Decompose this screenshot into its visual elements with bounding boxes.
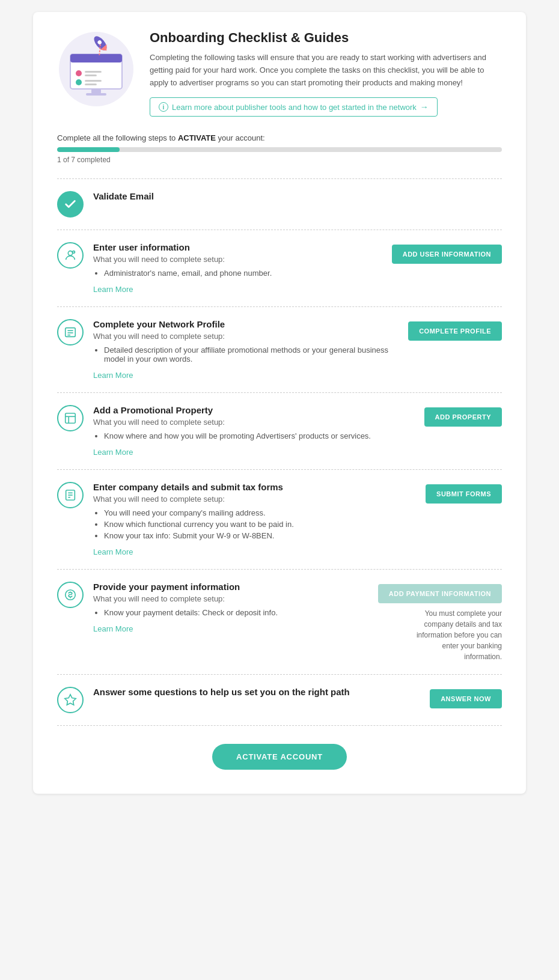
complete-profile-button[interactable]: COMPLETE PROFILE — [408, 321, 502, 341]
step-questions-action: ANSWER NOW — [406, 687, 502, 708]
step-network-profile-bullets: Detailed description of your affiliate p… — [93, 345, 396, 364]
step-payment-info-icon — [57, 582, 84, 608]
steps-list: Validate Email Enter user information Wh… — [57, 178, 502, 726]
step-company-details-title: Enter company details and submit tax for… — [93, 482, 396, 492]
step-questions: Answer some questions to help us set you… — [57, 675, 502, 726]
svg-rect-5 — [85, 75, 97, 76]
bullet-item: Know your tax info: Submit your W-9 or W… — [104, 531, 396, 540]
svg-rect-9 — [91, 89, 101, 94]
step-enter-user-info-action: ADD USER INFORMATION — [392, 242, 502, 264]
step-questions-title: Answer some questions to help us set you… — [93, 687, 396, 697]
step-payment-info-bullets: Know your payment details: Check or depo… — [93, 608, 368, 617]
header-description: Completing the following tasks will ensu… — [150, 52, 502, 89]
step-payment-info-title: Provide your payment information — [93, 582, 368, 592]
add-user-information-button[interactable]: ADD USER INFORMATION — [392, 245, 502, 264]
step-network-profile-title: Complete your Network Profile — [93, 319, 396, 329]
svg-point-6 — [76, 79, 82, 85]
step-payment-info-content: Provide your payment information What yo… — [93, 582, 368, 634]
step-enter-user-info: Enter user information What you will nee… — [57, 230, 502, 307]
page-title: Onboarding Checklist & Guides — [150, 30, 502, 46]
step-promotional-property: Add a Promotional Property What you will… — [57, 393, 502, 470]
svg-rect-7 — [85, 80, 102, 82]
header-text: Onboarding Checklist & Guides Completing… — [150, 30, 502, 117]
step-company-details-content: Enter company details and submit tax for… — [93, 482, 396, 557]
bullet-item: Know which functional currency you want … — [104, 520, 396, 529]
svg-rect-4 — [85, 71, 102, 73]
step-network-profile-icon — [57, 319, 84, 345]
step-questions-content: Answer some questions to help us set you… — [93, 687, 396, 699]
step-payment-info-learn-more[interactable]: Learn More — [93, 624, 133, 633]
step-enter-user-info-sublabel: What you will need to complete setup: — [93, 255, 382, 264]
step-promotional-property-bullets: Know where and how you will be promoting… — [93, 431, 396, 440]
step-validate-email: Validate Email — [57, 179, 502, 230]
step-company-details: Enter company details and submit tax for… — [57, 470, 502, 570]
step-promotional-property-content: Add a Promotional Property What you will… — [93, 405, 396, 457]
header-section: Onboarding Checklist & Guides Completing… — [57, 30, 502, 117]
step-company-details-learn-more[interactable]: Learn More — [93, 547, 133, 556]
step-company-details-bullets: You will need your company's mailing add… — [93, 508, 396, 540]
step-promotional-property-learn-more[interactable]: Learn More — [93, 448, 133, 457]
bullet-item: You will need your company's mailing add… — [104, 508, 396, 517]
step-questions-icon — [57, 687, 84, 713]
step-network-profile-sublabel: What you will need to complete setup: — [93, 332, 396, 341]
bullet-item: Detailed description of your affiliate p… — [104, 345, 396, 364]
progress-label: Complete all the following steps to ACTI… — [57, 133, 502, 142]
step-promotional-property-action: ADD PROPERTY — [406, 405, 502, 427]
add-property-button[interactable]: ADD PROPERTY — [424, 407, 502, 427]
step-network-profile-learn-more[interactable]: Learn More — [93, 371, 133, 380]
svg-point-3 — [76, 70, 82, 76]
arrow-icon: → — [420, 102, 429, 112]
bullet-item: Administrator's name, email, and phone n… — [104, 269, 382, 278]
step-enter-user-info-title: Enter user information — [93, 242, 382, 252]
add-payment-information-button[interactable]: ADD PAYMENT INFORMATION — [378, 584, 502, 603]
bullet-item: Know where and how you will be promoting… — [104, 431, 396, 440]
step-payment-info: Provide your payment information What yo… — [57, 570, 502, 675]
svg-rect-21 — [66, 413, 76, 424]
step-company-details-icon — [57, 482, 84, 508]
submit-forms-button[interactable]: SUBMIT FORMS — [426, 484, 502, 504]
step-network-profile-content: Complete your Network Profile What you w… — [93, 319, 396, 380]
activate-section: ACTIVATE ACCOUNT — [57, 744, 502, 770]
step-payment-info-action: ADD PAYMENT INFORMATION You must complet… — [378, 582, 502, 662]
header-illustration — [57, 30, 135, 108]
svg-rect-10 — [86, 93, 106, 96]
svg-rect-2 — [70, 54, 122, 62]
main-container: Onboarding Checklist & Guides Completing… — [33, 12, 526, 794]
svg-point-15 — [68, 251, 72, 255]
step-promotional-property-sublabel: What you will need to complete setup: — [93, 418, 396, 427]
step-promotional-property-title: Add a Promotional Property — [93, 405, 396, 415]
step-validate-email-content: Validate Email — [93, 191, 502, 204]
activate-account-button[interactable]: ACTIVATE ACCOUNT — [212, 744, 347, 770]
step-validate-email-title: Validate Email — [93, 191, 502, 201]
step-validate-email-icon — [57, 191, 84, 218]
progress-section: Complete all the following steps to ACTI… — [57, 133, 502, 164]
step-enter-user-info-bullets: Administrator's name, email, and phone n… — [93, 269, 382, 278]
step-company-details-sublabel: What you will need to complete setup: — [93, 495, 396, 504]
progress-count: 1 of 7 completed — [57, 156, 502, 164]
step-network-profile: Complete your Network Profile What you w… — [57, 307, 502, 393]
learn-more-link[interactable]: i Learn more about publisher tools and h… — [150, 97, 438, 117]
payment-action-note: You must complete your company details a… — [406, 608, 502, 662]
step-enter-user-info-content: Enter user information What you will nee… — [93, 242, 382, 294]
step-enter-user-info-learn-more[interactable]: Learn More — [93, 285, 133, 294]
progress-bar-fill — [57, 147, 120, 152]
info-icon: i — [159, 102, 168, 112]
progress-bar-track — [57, 147, 502, 152]
step-network-profile-action: COMPLETE PROFILE — [406, 319, 502, 341]
learn-link-text: Learn more about publisher tools and how… — [172, 103, 417, 112]
step-payment-info-sublabel: What you will need to complete setup: — [93, 594, 368, 603]
answer-now-button[interactable]: ANSWER NOW — [430, 689, 502, 708]
step-enter-user-info-icon — [57, 242, 84, 269]
svg-rect-8 — [85, 84, 97, 85]
step-promotional-property-icon — [57, 405, 84, 431]
svg-marker-29 — [65, 695, 76, 705]
step-company-details-action: SUBMIT FORMS — [406, 482, 502, 504]
bullet-item: Know your payment details: Check or depo… — [104, 608, 368, 617]
